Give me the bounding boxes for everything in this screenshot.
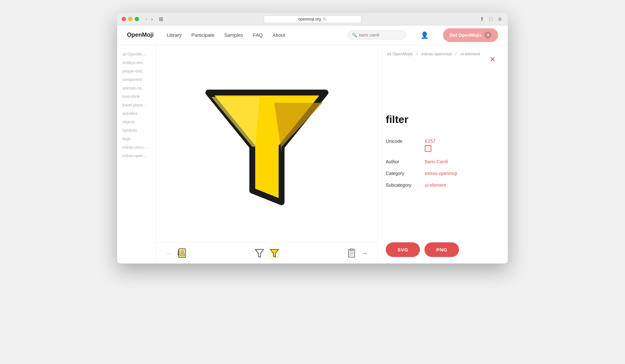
sidebar-item-travel[interactable]: travel-place...	[117, 101, 156, 109]
author-row: Author Baris Camli	[386, 156, 500, 168]
svg-marker-8	[255, 249, 264, 257]
search-bar[interactable]: 🔍	[348, 31, 406, 39]
breadcrumb-separator-1: /	[416, 51, 419, 56]
url-text: openmoji.org	[298, 17, 321, 21]
subcategory-label: Subcategory	[386, 179, 425, 191]
sidebar-toggle-button[interactable]: ⊞	[157, 15, 165, 23]
site-nav: OpenMoji Library Participate Samples FAQ…	[117, 25, 508, 45]
sidebar-item-people[interactable]: people-bod...	[117, 67, 156, 75]
filter-filled-thumb[interactable]	[269, 247, 280, 259]
category-value[interactable]: extras-openmoji	[425, 168, 500, 179]
share-icon[interactable]: ⬆	[479, 15, 485, 23]
sidebar-item-smileys[interactable]: smileys-em...	[117, 59, 156, 67]
svg-rect-4	[178, 251, 179, 252]
unicode-row: Unicode E257	[386, 135, 500, 156]
search-input[interactable]	[359, 33, 401, 37]
svg-rect-5	[178, 253, 179, 255]
sidebar-item-all[interactable]: all OpenMo...	[117, 50, 156, 59]
bottom-emoji-row	[254, 247, 280, 259]
next-emoji-thumb[interactable]	[346, 247, 357, 259]
bottom-bar: ←	[156, 242, 378, 263]
close-panel-button[interactable]: ✕	[490, 56, 495, 63]
filter-outline-thumb[interactable]	[254, 247, 265, 259]
svg-marker-9	[270, 249, 279, 257]
sidebar-item-component[interactable]: component...	[117, 75, 156, 84]
info-table: Unicode E257 Author Baris Camli Category…	[386, 135, 500, 191]
nav-faq[interactable]: FAQ	[253, 32, 263, 38]
breadcrumb-part-2[interactable]: extras-openmoji	[422, 51, 452, 56]
unicode-code[interactable]: E257	[425, 139, 500, 144]
reload-button[interactable]: ↻	[323, 17, 327, 22]
next-arrow-icon[interactable]: →	[361, 249, 368, 257]
bottom-nav-right: →	[346, 247, 368, 259]
address-bar[interactable]: openmoji.org ↻	[264, 15, 361, 23]
user-icon[interactable]: 👤	[421, 31, 429, 39]
category-row: Category extras-openmoji	[386, 168, 500, 179]
toolbar-right: ⬆ □ ⊕	[479, 15, 503, 23]
nav-about[interactable]: About	[272, 32, 285, 38]
download-buttons: SVG PNG	[386, 233, 500, 257]
sidebar-item-extras-openmoji[interactable]: extras-open...	[117, 152, 156, 160]
sidebar-item-animals[interactable]: animals-na...	[117, 84, 156, 92]
filter-emoji-image	[194, 71, 340, 217]
back-button[interactable]: ‹	[144, 16, 148, 23]
close-window-button[interactable]	[122, 17, 126, 21]
prev-emoji-thumb[interactable]	[176, 247, 188, 259]
breadcrumb-separator-2: /	[455, 51, 458, 56]
get-openmojis-button[interactable]: Get OpenMojis ▾	[443, 28, 498, 42]
breadcrumb-part-3[interactable]: ui-element	[460, 51, 480, 56]
nav-library[interactable]: Library	[167, 32, 182, 38]
more-icon[interactable]: ⊕	[496, 15, 503, 23]
svg-rect-7	[180, 254, 185, 256]
content-panel: ←	[156, 45, 378, 263]
traffic-lights	[122, 17, 139, 21]
site-logo[interactable]: OpenMoji	[127, 32, 154, 38]
sidebar-item-symbols[interactable]: symbols	[117, 126, 156, 135]
author-value[interactable]: Baris Camli	[425, 156, 500, 168]
breadcrumb-part-1[interactable]: all OpenMojis	[387, 51, 413, 56]
breadcrumb: all OpenMojis / extras-openmoji / ui-ele…	[386, 51, 500, 56]
unicode-value: E257	[425, 135, 500, 156]
minimize-window-button[interactable]	[128, 17, 132, 21]
bookmark-icon[interactable]: □	[488, 16, 494, 23]
svg-marker-1	[274, 103, 323, 153]
svg-rect-11	[350, 249, 353, 251]
unicode-char-preview	[425, 145, 431, 152]
sidebar-item-flags[interactable]: flags	[117, 135, 156, 143]
sidebar-item-food[interactable]: food-drink	[117, 92, 156, 101]
sidebar-item-extras-unicode[interactable]: extras-unico...	[117, 143, 156, 152]
nav-samples[interactable]: Samples	[224, 32, 243, 38]
bottom-nav-left: ←	[166, 247, 188, 259]
nav-arrows: ‹ ›	[144, 16, 154, 23]
forward-button[interactable]: ›	[150, 16, 154, 23]
png-download-button[interactable]: PNG	[424, 242, 459, 257]
subcategory-value[interactable]: ui-element	[425, 179, 500, 191]
info-panel: all OpenMojis / extras-openmoji / ui-ele…	[378, 45, 508, 263]
sidebar: all OpenMo... smileys-em... people-bod..…	[117, 45, 156, 263]
category-label: Category	[386, 168, 425, 179]
titlebar: ‹ › ⊞ openmoji.org ↻ ⬆ □ ⊕	[117, 13, 508, 25]
maximize-window-button[interactable]	[135, 17, 139, 21]
main-area: all OpenMo... smileys-em... people-bod..…	[117, 45, 508, 263]
author-label: Author	[386, 156, 425, 168]
svg-marker-2	[211, 97, 260, 147]
subcategory-row: Subcategory ui-element	[386, 179, 500, 191]
svg-point-6	[181, 250, 184, 253]
sidebar-item-objects[interactable]: objects	[117, 118, 156, 126]
emoji-display-area	[156, 45, 378, 242]
search-icon: 🔍	[352, 33, 357, 37]
get-btn-dropdown-icon[interactable]: ▾	[484, 32, 492, 39]
emoji-name: filter	[386, 114, 500, 126]
svg-download-button[interactable]: SVG	[386, 242, 420, 257]
get-btn-label: Get OpenMojis	[450, 33, 482, 38]
sidebar-item-activities[interactable]: activities	[117, 109, 156, 118]
nav-participate[interactable]: Participate	[191, 32, 215, 38]
unicode-label: Unicode	[386, 135, 425, 156]
prev-arrow-icon[interactable]: ←	[166, 249, 173, 257]
